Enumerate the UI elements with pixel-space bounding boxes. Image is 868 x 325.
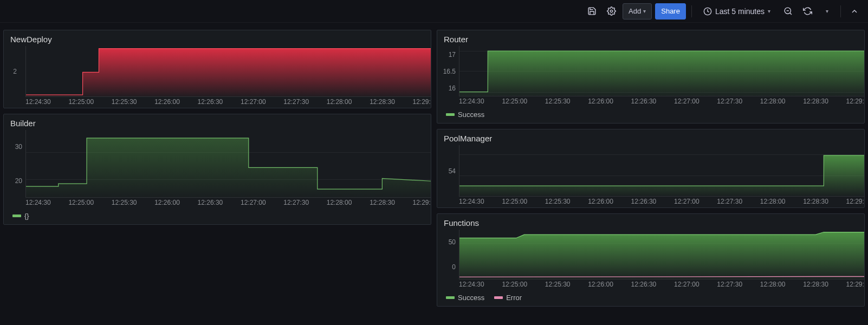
save-icon <box>587 6 597 16</box>
x-tick: 12:28:30 <box>803 281 828 290</box>
chevron-up-icon <box>850 7 859 16</box>
legend-item[interactable]: {} <box>12 212 29 220</box>
y-tick: 17 <box>449 51 456 58</box>
x-axis: 12:24:30 12:25:00 12:25:30 12:26:00 12:2… <box>25 97 431 108</box>
x-axis: 12:24:30 12:25:00 12:25:30 12:26:00 12:2… <box>25 198 431 209</box>
x-tick: 12:28:00 <box>327 199 352 209</box>
x-tick: 12:27:30 <box>717 198 742 207</box>
panel-poolmanager[interactable]: PoolManager 54 <box>437 129 865 208</box>
cycle-view-button[interactable] <box>846 3 863 20</box>
chevron-down-icon: ▾ <box>768 8 770 14</box>
share-label: Share <box>661 7 680 15</box>
x-tick: 12:29: <box>413 199 431 209</box>
panel-title: Router <box>437 30 864 46</box>
chevron-down-icon: ▾ <box>826 8 828 14</box>
clock-icon <box>703 7 712 16</box>
x-axis: 12:24:30 12:25:00 12:25:30 12:26:00 12:2… <box>459 197 864 207</box>
legend-label: Error <box>506 294 522 302</box>
legend-label: {} <box>24 212 29 220</box>
add-panel-button[interactable]: Add ▾ <box>623 3 652 20</box>
panel-newdeploy[interactable]: NewDeploy 2 <box>3 30 431 108</box>
x-tick: 12:26:30 <box>198 98 223 108</box>
svg-line-3 <box>789 13 791 15</box>
x-tick: 12:24:30 <box>459 198 484 207</box>
y-tick: 50 <box>449 238 456 246</box>
left-column: NewDeploy 2 <box>3 30 431 311</box>
zoom-out-button[interactable] <box>780 3 796 20</box>
legend-swatch-icon <box>12 214 21 217</box>
x-tick: 12:26:00 <box>588 281 613 290</box>
refresh-icon <box>803 6 812 16</box>
legend-item[interactable]: Success <box>446 110 484 119</box>
x-tick: 12:27:30 <box>283 98 309 108</box>
x-tick: 12:28:30 <box>370 199 395 209</box>
x-tick: 12:27:00 <box>674 98 699 107</box>
right-column: Router 17 16.5 16 <box>437 30 865 311</box>
x-tick: 12:26:30 <box>631 198 657 207</box>
legend-swatch-icon <box>446 296 455 299</box>
x-tick: 12:28:00 <box>760 198 786 207</box>
legend-item-error[interactable]: Error <box>494 294 522 302</box>
plot-wrap: 2 <box>4 46 431 108</box>
x-tick: 12:25:30 <box>545 198 571 207</box>
x-axis: 12:24:30 12:25:00 12:25:30 12:26:00 12:2… <box>459 280 864 290</box>
x-tick: 12:24:30 <box>459 98 484 107</box>
chart-svg <box>459 46 864 96</box>
add-panel-label: Add <box>629 7 641 15</box>
x-tick: 12:25:30 <box>545 98 571 107</box>
dashboard-settings-button[interactable] <box>603 3 619 20</box>
panel-title: NewDeploy <box>4 30 431 46</box>
x-tick: 12:27:30 <box>283 199 309 209</box>
x-tick: 12:25:00 <box>502 98 527 107</box>
x-tick: 12:28:30 <box>370 98 395 108</box>
x-tick: 12:27:00 <box>241 98 266 108</box>
y-tick: 30 <box>15 143 22 151</box>
y-axis: 2 <box>4 46 20 97</box>
x-tick: 12:27:00 <box>674 281 699 290</box>
panel-functions[interactable]: Functions 50 0 <box>437 213 865 307</box>
share-button[interactable]: Share <box>655 3 686 20</box>
panel-router[interactable]: Router 17 16.5 16 <box>437 30 865 123</box>
x-tick: 12:26:00 <box>588 198 613 207</box>
legend-swatch-icon <box>446 113 455 116</box>
chart-svg <box>26 46 431 96</box>
legend-label: Success <box>458 294 484 302</box>
y-axis: 50 0 <box>437 230 459 280</box>
plot-area[interactable] <box>459 230 864 280</box>
legend-item-success[interactable]: Success <box>446 294 484 302</box>
gear-icon <box>607 6 616 16</box>
dashboard-grid: NewDeploy 2 <box>3 30 865 322</box>
svg-point-0 <box>610 10 612 12</box>
plot-area[interactable] <box>459 145 864 197</box>
toolbar-separator <box>691 5 692 17</box>
x-tick: 12:26:30 <box>631 98 657 107</box>
x-tick: 12:27:30 <box>717 98 742 107</box>
x-tick: 12:24:30 <box>25 199 51 209</box>
x-tick: 12:28:30 <box>803 198 828 207</box>
y-tick: 0 <box>452 263 456 271</box>
refresh-button[interactable] <box>799 3 815 20</box>
chart-svg <box>459 230 864 279</box>
y-axis: 17 16.5 16 <box>437 46 459 96</box>
panel-builder[interactable]: Builder 30 20 <box>3 114 431 225</box>
x-tick: 12:26:00 <box>588 98 613 107</box>
x-tick: 12:25:30 <box>545 281 571 290</box>
y-tick: 16.5 <box>443 68 456 75</box>
x-tick: 12:25:00 <box>502 281 527 290</box>
x-tick: 12:26:00 <box>154 199 180 209</box>
x-tick: 12:25:00 <box>68 199 94 209</box>
x-tick: 12:28:00 <box>327 98 352 108</box>
save-dashboard-button[interactable] <box>584 3 600 20</box>
y-tick: 16 <box>449 84 456 92</box>
legend: {} <box>4 209 431 224</box>
plot-area[interactable] <box>459 46 864 96</box>
chevron-down-icon: ▾ <box>643 8 646 14</box>
plot-area[interactable] <box>25 130 431 198</box>
y-tick: 54 <box>449 167 456 175</box>
x-tick: 12:25:30 <box>112 98 137 108</box>
panel-title: Functions <box>437 214 864 230</box>
toolbar-separator <box>840 5 841 17</box>
time-range-picker[interactable]: Last 5 minutes ▾ <box>697 3 776 20</box>
plot-area[interactable] <box>25 46 431 97</box>
refresh-interval-button[interactable]: ▾ <box>819 3 835 20</box>
